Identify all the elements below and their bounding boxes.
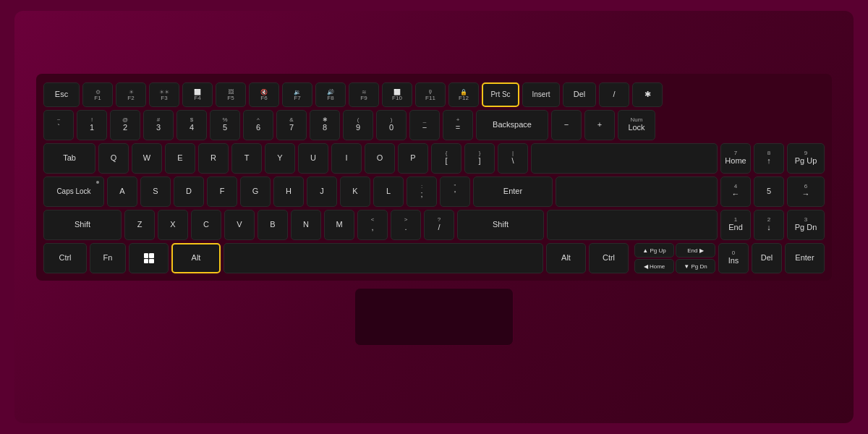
key-f5[interactable]: 🖼 F5 bbox=[216, 82, 246, 107]
key-fwdslash[interactable]: ? / bbox=[424, 210, 454, 240]
key-n[interactable]: N bbox=[291, 210, 321, 240]
bottom-row: Ctrl Fn Alt Alt Ctrl ▲ Pg Up End ▶ bbox=[43, 243, 825, 273]
key-y[interactable]: Y bbox=[265, 143, 295, 174]
key-4[interactable]: $ 4 bbox=[176, 110, 207, 140]
key-v[interactable]: V bbox=[224, 210, 255, 240]
key-pgup-nav[interactable]: ▲ Pg Up bbox=[634, 243, 674, 258]
key-1[interactable]: ! 1 bbox=[77, 110, 107, 140]
key-o[interactable]: O bbox=[365, 143, 395, 174]
key-semicolon[interactable]: : ; bbox=[407, 176, 437, 207]
key-asterisk-numpad[interactable]: ✱ bbox=[632, 82, 663, 107]
key-p[interactable]: P bbox=[398, 143, 428, 174]
key-fn[interactable]: Fn bbox=[90, 243, 126, 273]
key-minus[interactable]: _ − bbox=[409, 110, 440, 140]
key-b[interactable]: B bbox=[258, 210, 288, 240]
key-f3[interactable]: ☀☀ F3 bbox=[149, 82, 179, 107]
key-pgdn-nav[interactable]: ▼ Pg Dn bbox=[676, 259, 715, 273]
key-enter-numpad[interactable]: Enter bbox=[785, 243, 825, 273]
key-win[interactable] bbox=[129, 243, 169, 273]
key-4-numpad[interactable]: 4 ← bbox=[720, 176, 751, 207]
key-capslock[interactable]: Caps Lock bbox=[43, 176, 104, 207]
key-end-nav[interactable]: End ▶ bbox=[676, 243, 715, 258]
key-f[interactable]: F bbox=[207, 176, 237, 207]
key-2[interactable]: @ 2 bbox=[110, 110, 140, 140]
key-spacer-a bbox=[556, 176, 718, 207]
key-f1[interactable]: ⚙ F1 bbox=[82, 82, 113, 107]
key-u[interactable]: U bbox=[298, 143, 328, 174]
key-ctrl-right[interactable]: Ctrl bbox=[589, 243, 629, 273]
key-q[interactable]: Q bbox=[98, 143, 129, 174]
key-h[interactable]: H bbox=[273, 176, 304, 207]
key-equals[interactable]: + = bbox=[443, 110, 473, 140]
key-1-numpad[interactable]: 1 End bbox=[720, 210, 751, 240]
key-tab[interactable]: Tab bbox=[43, 143, 95, 174]
key-z[interactable]: Z bbox=[124, 210, 155, 240]
key-quote[interactable]: " ' bbox=[440, 176, 470, 207]
key-0-numpad[interactable]: 0 Ins bbox=[718, 243, 749, 273]
key-backspace[interactable]: Backspace bbox=[476, 110, 548, 140]
key-m[interactable]: M bbox=[324, 210, 354, 240]
touchpad[interactable] bbox=[354, 288, 514, 346]
key-8[interactable]: ✱ 8 bbox=[310, 110, 340, 140]
key-lbrace[interactable]: { [ bbox=[431, 143, 461, 174]
key-d[interactable]: D bbox=[174, 176, 204, 207]
key-s[interactable]: S bbox=[140, 176, 171, 207]
key-space[interactable] bbox=[224, 243, 543, 273]
key-7-numpad[interactable]: 7 Home bbox=[720, 143, 751, 174]
key-enter[interactable]: Enter bbox=[473, 176, 553, 207]
key-ctrl-left[interactable]: Ctrl bbox=[43, 243, 87, 273]
key-i[interactable]: I bbox=[331, 143, 362, 174]
key-3[interactable]: # 3 bbox=[143, 110, 174, 140]
key-7[interactable]: & 7 bbox=[276, 110, 307, 140]
key-l[interactable]: L bbox=[373, 176, 404, 207]
key-9-numpad[interactable]: 9 Pg Up bbox=[787, 143, 825, 174]
key-f4[interactable]: ⬜ F4 bbox=[182, 82, 213, 107]
key-j[interactable]: J bbox=[307, 176, 337, 207]
key-x[interactable]: X bbox=[158, 210, 188, 240]
key-e[interactable]: E bbox=[165, 143, 195, 174]
key-rbrace[interactable]: } ] bbox=[464, 143, 495, 174]
key-5[interactable]: % 5 bbox=[210, 110, 240, 140]
key-shift-right[interactable]: Shift bbox=[457, 210, 544, 240]
key-a[interactable]: A bbox=[107, 176, 137, 207]
key-5-numpad[interactable]: 5 bbox=[754, 176, 784, 207]
key-home-nav[interactable]: ◀ Home bbox=[634, 259, 674, 273]
key-f6[interactable]: 🔇 F6 bbox=[249, 82, 279, 107]
key-f10[interactable]: ⬜ F10 bbox=[382, 82, 412, 107]
key-esc[interactable]: Esc bbox=[43, 82, 80, 107]
key-f2[interactable]: ☀ F2 bbox=[116, 82, 146, 107]
key-6-numpad[interactable]: 6 → bbox=[787, 176, 825, 207]
key-del-numpad[interactable]: Del bbox=[752, 243, 782, 273]
key-r[interactable]: R bbox=[198, 143, 229, 174]
key-f8[interactable]: 🔊 F8 bbox=[315, 82, 346, 107]
key-comma[interactable]: < , bbox=[357, 210, 388, 240]
key-g[interactable]: G bbox=[240, 176, 271, 207]
key-alt-left[interactable]: Alt bbox=[171, 243, 221, 273]
key-slash-numpad[interactable]: / bbox=[599, 82, 629, 107]
key-f7[interactable]: 🔉 F7 bbox=[282, 82, 312, 107]
key-backslash[interactable]: | \ bbox=[498, 143, 528, 174]
key-w[interactable]: W bbox=[132, 143, 162, 174]
key-t[interactable]: T bbox=[231, 143, 262, 174]
key-2-numpad[interactable]: 2 ↓ bbox=[754, 210, 784, 240]
key-c[interactable]: C bbox=[191, 210, 221, 240]
key-f9[interactable]: ≋ F9 bbox=[349, 82, 379, 107]
key-plus-numpad[interactable]: + bbox=[584, 110, 615, 140]
key-8-numpad[interactable]: 8 ↑ bbox=[754, 143, 784, 174]
key-prtsc[interactable]: Prt Sc bbox=[482, 82, 519, 107]
key-9[interactable]: ( 9 bbox=[343, 110, 373, 140]
key-period[interactable]: > . bbox=[391, 210, 421, 240]
key-f12[interactable]: 🔒 F12 bbox=[448, 82, 479, 107]
key-f11[interactable]: 🎙 F11 bbox=[415, 82, 446, 107]
key-k[interactable]: K bbox=[340, 176, 370, 207]
key-3-numpad[interactable]: 3 Pg Dn bbox=[787, 210, 825, 240]
key-minus-numpad[interactable]: − bbox=[551, 110, 582, 140]
key-insert[interactable]: Insert bbox=[522, 82, 560, 107]
key-tilde[interactable]: ~ ` bbox=[43, 110, 74, 140]
key-6[interactable]: ^ 6 bbox=[243, 110, 273, 140]
key-shift-left[interactable]: Shift bbox=[43, 210, 122, 240]
key-0[interactable]: ) 0 bbox=[376, 110, 407, 140]
key-alt-right[interactable]: Alt bbox=[546, 243, 586, 273]
key-numlock[interactable]: Num Lock bbox=[618, 110, 655, 140]
key-del-top[interactable]: Del bbox=[563, 82, 596, 107]
